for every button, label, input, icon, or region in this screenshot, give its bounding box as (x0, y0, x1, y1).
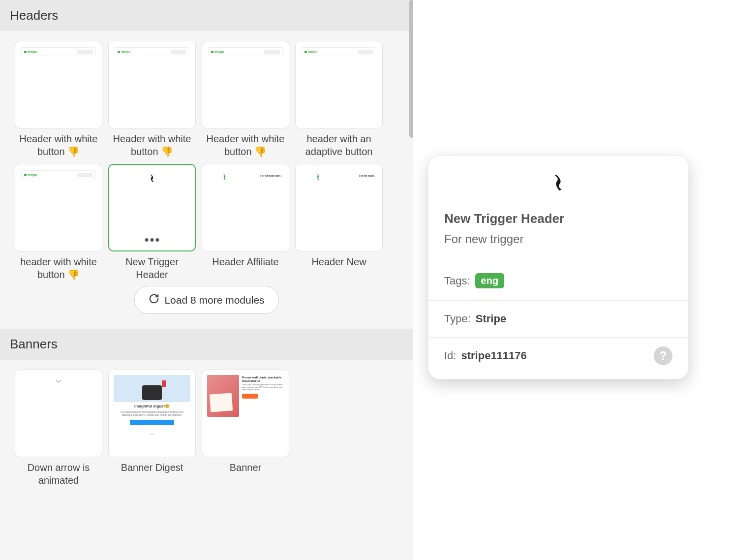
banner-image (207, 375, 239, 417)
module-label: Banner (230, 461, 262, 474)
module-label: Header New (311, 255, 366, 268)
load-more-label: Load 8 more modules (164, 294, 264, 306)
module-thumbnail[interactable]: Pomur wall blade, stackable wood blocksT… (202, 370, 289, 457)
mini-button-icon (171, 50, 186, 54)
tags-label: Tags: (444, 275, 470, 287)
module-detail-card: New Trigger Header For new trigger Tags:… (428, 156, 689, 379)
mini-button-icon (264, 50, 280, 54)
modules-panel[interactable]: Headers stripoHeader with white button 👎… (0, 0, 413, 560)
detail-subtitle: For new trigger (444, 232, 672, 246)
module-label: header with white button 👎 (15, 255, 102, 281)
detail-type-row: Type: Stripe (428, 301, 688, 337)
section-header-headers: Headers (0, 0, 413, 31)
mini-center-logo-icon (149, 174, 155, 185)
mini-button-icon (77, 50, 93, 54)
module-item[interactable]: stripoHeader with white button 👎 (202, 41, 289, 158)
mini-brand-logo: stripo (211, 50, 224, 54)
module-thumbnail[interactable]: stripo (202, 41, 289, 128)
module-item[interactable]: Insightful digest😊Our team prepares an i… (108, 370, 196, 487)
detail-title-section: New Trigger Header For new trigger (428, 200, 688, 261)
detail-id-row: Id: stripe111176 ? (428, 338, 688, 379)
banner-cta-button (242, 394, 258, 399)
mini-brand-logo: stripo (305, 50, 317, 54)
mini-right-text: For the team › (359, 174, 375, 177)
module-item[interactable]: For Affiliate team ›Header Affiliate (202, 164, 289, 281)
reload-icon (149, 293, 159, 307)
module-item[interactable]: stripoheader with white button 👎 (15, 164, 102, 281)
module-item[interactable]: For the team ›Header New (295, 164, 383, 281)
banner-headline: Pomur wall blade, stackable wood blocks (242, 376, 284, 382)
module-item[interactable]: stripoheader with an adaptive button (295, 41, 383, 158)
module-label: New Trigger Header (108, 255, 196, 281)
mini-header-preview: stripo (21, 47, 96, 56)
banner-preview: Insightful digest😊Our team prepares an i… (114, 375, 190, 452)
module-thumbnail[interactable]: stripo (108, 41, 196, 128)
id-label: Id: (444, 349, 456, 362)
module-item[interactable]: New Trigger Header (108, 164, 196, 281)
mini-brand-s-icon (222, 173, 227, 183)
more-dots-icon[interactable] (145, 238, 159, 242)
mini-header-preview: stripo (302, 47, 376, 56)
mini-button-icon (77, 173, 93, 177)
detail-tags-row: Tags: eng (428, 261, 688, 300)
detail-panel: New Trigger Header For new trigger Tags:… (413, 0, 731, 560)
detail-preview (428, 156, 688, 200)
load-more-row: Load 8 more modules (0, 286, 413, 329)
module-thumbnail[interactable]: For Affiliate team › (202, 164, 289, 251)
module-thumbnail[interactable]: Insightful digest😊Our team prepares an i… (108, 370, 196, 457)
chevron-down-icon (55, 377, 62, 386)
module-thumbnail[interactable]: stripo (15, 41, 102, 128)
id-value: stripe111176 (461, 349, 526, 362)
module-label: Down arrow is animated (15, 461, 102, 487)
module-item[interactable]: stripoHeader with white button 👎 (15, 41, 102, 158)
mini-header-preview: stripo (115, 47, 189, 56)
module-item[interactable]: Pomur wall blade, stackable wood blocksT… (202, 370, 289, 487)
type-label: Type: (444, 312, 471, 325)
module-thumbnail[interactable] (108, 164, 196, 251)
module-label: Header with white button 👎 (15, 132, 102, 158)
mini-header-preview: stripo (21, 170, 96, 179)
module-thumbnail[interactable]: stripo (295, 41, 383, 128)
brand-logo-icon (551, 173, 565, 192)
banner-preview: Pomur wall blade, stackable wood blocksT… (207, 375, 284, 452)
banner-body-text: Our team prepares an incredible collecti… (114, 410, 190, 416)
detail-title: New Trigger Header (444, 211, 672, 226)
type-value: Stripe (476, 312, 506, 325)
mini-brand-logo: stripo (24, 173, 37, 177)
tag-pill[interactable]: eng (475, 273, 505, 288)
mini-brand-logo: stripo (118, 50, 130, 54)
module-item[interactable]: stripoHeader with white button 👎 (108, 41, 196, 158)
module-thumbnail[interactable]: For the team › (295, 164, 383, 251)
section-header-banners: Banners (0, 329, 413, 360)
mini-header-preview: stripo (208, 47, 283, 56)
module-thumbnail[interactable]: stripo (15, 164, 102, 251)
mini-brand-s-icon (315, 173, 321, 183)
headers-grid: stripoHeader with white button 👎stripoHe… (0, 31, 413, 286)
chevron-down-icon (150, 429, 154, 438)
module-item[interactable]: Down arrow is animated (15, 370, 102, 487)
mailbox-icon (114, 375, 190, 402)
module-label: Header with white button 👎 (202, 132, 289, 158)
module-label: Banner Digest (121, 461, 183, 474)
banner-headline: Insightful digest😊 (134, 404, 170, 408)
banner-cta-button (130, 420, 174, 425)
module-thumbnail[interactable] (15, 370, 102, 457)
module-label: header with an adaptive button (295, 132, 383, 158)
mini-button-icon (358, 50, 373, 54)
help-icon[interactable]: ? (654, 346, 672, 365)
module-label: Header with white button 👎 (108, 132, 196, 158)
load-more-button[interactable]: Load 8 more modules (134, 286, 278, 314)
banner-body-text: These wall-mounted organizers are the pe… (242, 384, 284, 391)
mini-right-text: For Affiliate team › (260, 174, 282, 177)
banners-grid: Down arrow is animatedInsightful digest😊… (0, 360, 413, 492)
module-label: Header Affiliate (212, 255, 278, 268)
mini-brand-logo: stripo (24, 50, 37, 54)
scrollbar[interactable] (409, 0, 413, 138)
